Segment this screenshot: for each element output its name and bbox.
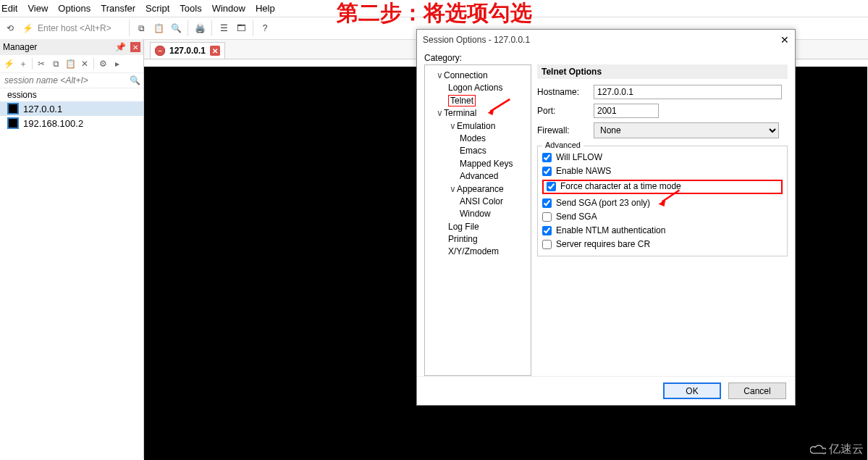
- options-icon[interactable]: ☰: [216, 21, 231, 35]
- dialog-title: Session Options - 127.0.0.1: [423, 35, 776, 45]
- chk-ntlm[interactable]: Enable NTLM authentication: [542, 225, 783, 235]
- delete-icon[interactable]: ✕: [79, 58, 90, 70]
- tree-terminal[interactable]: Terminal: [444, 108, 476, 118]
- session-item-0-label: 127.0.0.1: [23, 104, 62, 114]
- pin-icon[interactable]: 📌: [115, 42, 126, 52]
- category-tree[interactable]: ∨Connection Logon Actions Telnet ∨Termin…: [424, 64, 531, 376]
- chk-sga23-label: Send SGA (port 23 only): [556, 198, 650, 208]
- chk-sga-label: Send SGA: [556, 212, 597, 222]
- advanced-legend: Advanced: [542, 141, 583, 149]
- tree-telnet[interactable]: Telnet: [448, 95, 476, 106]
- tab-session-0[interactable]: – 127.0.0.1 ✕: [150, 42, 225, 59]
- tab-session-0-label: 127.0.0.1: [169, 46, 206, 56]
- annotation-text: 第二步：将选项勾选: [337, 0, 532, 28]
- hostname-label: Hostname:: [537, 87, 588, 97]
- firewall-select[interactable]: None: [594, 122, 779, 138]
- session-item-1-label: 192.168.100.2: [23, 118, 83, 129]
- tree-emacs[interactable]: Emacs: [460, 146, 486, 156]
- session-manager-panel: Manager 📌 ✕ ⚡ ＋ ✂ ⧉ 📋 ✕ ⚙ ▸ 🔍 essions 12…: [0, 39, 144, 459]
- dialog-titlebar: Session Options - 127.0.0.1 ✕: [417, 30, 795, 50]
- flash-icon[interactable]: ⚡: [3, 58, 14, 70]
- terminal-icon: [7, 103, 19, 114]
- terminal-icon: [7, 117, 19, 129]
- tree-log-file[interactable]: Log File: [448, 222, 479, 232]
- tab-status-icon: –: [155, 46, 165, 56]
- session-filter-input[interactable]: [3, 75, 130, 86]
- dialog-close-icon[interactable]: ✕: [780, 34, 789, 46]
- chk-naws[interactable]: Enable NAWS: [542, 166, 783, 176]
- paste2-icon[interactable]: 📋: [64, 58, 76, 70]
- menu-script[interactable]: Script: [146, 3, 169, 14]
- menu-tools[interactable]: Tools: [180, 3, 201, 14]
- chk-naws-box[interactable]: [542, 167, 552, 176]
- pane-title: Telnet Options: [537, 64, 788, 79]
- watermark: 亿速云: [810, 442, 864, 457]
- tree-appearance[interactable]: Appearance: [457, 184, 504, 194]
- ok-button[interactable]: OK: [663, 382, 721, 399]
- session-filter: 🔍: [0, 73, 143, 88]
- chk-barecr-label: Server requires bare CR: [556, 239, 650, 249]
- tree-mapped-keys[interactable]: Mapped Keys: [460, 159, 513, 169]
- menu-view[interactable]: View: [28, 3, 48, 14]
- filter-search-icon[interactable]: 🔍: [130, 75, 140, 85]
- session-item-0[interactable]: 127.0.0.1: [0, 101, 143, 116]
- annotation-arrow-1: [486, 98, 511, 117]
- chk-force-char-box[interactable]: [547, 182, 556, 191]
- port-label: Port:: [537, 106, 588, 116]
- tree-modes[interactable]: Modes: [460, 133, 486, 143]
- hostname-input[interactable]: [594, 85, 782, 99]
- menu-window[interactable]: Window: [212, 3, 245, 14]
- chk-lflow-label: Will LFLOW: [556, 152, 602, 162]
- tree-emulation[interactable]: Emulation: [457, 121, 495, 131]
- session-manager-title: Manager: [3, 42, 111, 52]
- tab-close-icon[interactable]: ✕: [210, 46, 220, 56]
- session-tree-root[interactable]: essions: [0, 88, 143, 101]
- tree-logon-actions[interactable]: Logon Actions: [448, 83, 502, 93]
- find-icon[interactable]: 🔍: [169, 21, 183, 35]
- menu-chevron-icon[interactable]: ▸: [111, 58, 123, 70]
- menu-options[interactable]: Options: [58, 3, 90, 14]
- chk-naws-label: Enable NAWS: [556, 166, 611, 176]
- session-item-1[interactable]: 192.168.100.2: [0, 116, 143, 130]
- category-label: Category:: [424, 53, 788, 63]
- firewall-label: Firewall:: [537, 125, 588, 135]
- cut-icon[interactable]: ✂: [35, 58, 47, 70]
- chk-lflow-box[interactable]: [542, 153, 552, 162]
- menu-transfer[interactable]: Transfer: [101, 3, 135, 14]
- session-options-dialog: Session Options - 127.0.0.1 ✕ Category: …: [416, 29, 796, 406]
- dialog-footer: OK Cancel: [417, 376, 795, 405]
- chk-barecr-box[interactable]: [542, 240, 552, 249]
- tree-advanced[interactable]: Advanced: [460, 171, 498, 181]
- chk-sga23-box[interactable]: [542, 198, 552, 208]
- session-manager-header: Manager 📌 ✕: [0, 39, 143, 55]
- help-icon[interactable]: ?: [258, 21, 272, 35]
- annotation-arrow-2: [655, 189, 683, 206]
- port-input[interactable]: [594, 104, 659, 118]
- close-panel-icon[interactable]: ✕: [130, 42, 140, 52]
- chk-ntlm-box[interactable]: [542, 226, 552, 235]
- chk-barecr[interactable]: Server requires bare CR: [542, 239, 783, 249]
- plus-icon[interactable]: ＋: [17, 58, 29, 70]
- session-options-icon[interactable]: 🗔: [234, 21, 248, 35]
- quick-connect-icon[interactable]: ⚡: [20, 21, 35, 35]
- tree-xyzmodem[interactable]: X/Y/Zmodem: [448, 246, 499, 256]
- cancel-button[interactable]: Cancel: [728, 382, 786, 399]
- enter-host-box[interactable]: Enter host <Alt+R>: [38, 23, 125, 33]
- copy2-icon[interactable]: ⧉: [50, 58, 62, 70]
- chk-sga[interactable]: Send SGA: [542, 212, 783, 222]
- print-icon[interactable]: 🖨️: [193, 21, 207, 35]
- reconnect-icon[interactable]: ⟲: [3, 21, 17, 35]
- tree-printing[interactable]: Printing: [448, 234, 478, 244]
- chk-ntlm-label: Enable NTLM authentication: [556, 225, 665, 235]
- chk-sga-box[interactable]: [542, 212, 552, 222]
- paste-icon[interactable]: 📋: [151, 21, 166, 35]
- menu-help[interactable]: Help: [256, 3, 275, 14]
- session-toolbar: ⚡ ＋ ✂ ⧉ 📋 ✕ ⚙ ▸: [0, 55, 143, 73]
- tree-connection[interactable]: Connection: [444, 70, 488, 80]
- tree-ansi-color[interactable]: ANSI Color: [460, 196, 503, 206]
- copy-icon[interactable]: ⧉: [134, 21, 148, 35]
- settings-icon[interactable]: ⚙: [97, 58, 109, 70]
- tree-window[interactable]: Window: [460, 209, 491, 219]
- menu-edit[interactable]: Edit: [1, 3, 17, 14]
- chk-lflow[interactable]: Will LFLOW: [542, 152, 783, 162]
